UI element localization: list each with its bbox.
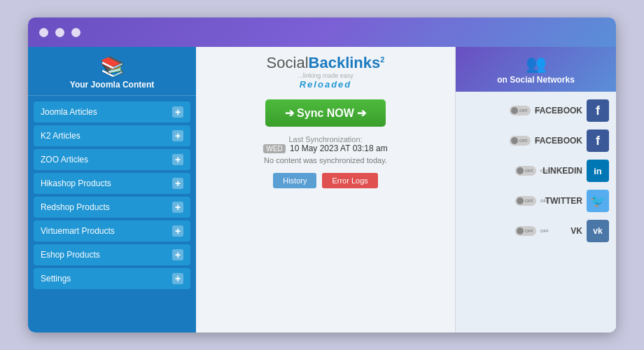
sync-buttons-row: History Error Logs <box>273 173 378 188</box>
sidebar-item-eshop-products[interactable]: Eshop Products + <box>34 244 190 265</box>
right-panel: 👥 on Social Networks OFF FACEBOOK f <box>455 47 616 332</box>
nav-expand-icon: + <box>172 249 183 260</box>
main-center: SocialBacklinks2 ...linking made easy Re… <box>196 47 455 332</box>
sidebar-item-zoo-articles[interactable]: ZOO Articles + <box>34 149 190 170</box>
nav-expand-icon: + <box>172 273 183 284</box>
sidebar-item-virtuemart-products[interactable]: Virtuemart Products + <box>34 220 190 241</box>
toggle-knob <box>511 137 518 144</box>
nav-expand-icon: + <box>172 106 183 118</box>
social-item-linkedin: OFF LINKEDIN in <box>463 158 609 184</box>
sidebar-header: 📚 Your Joomla Content <box>28 47 196 96</box>
main-window: 📚 Your Joomla Content Joomla Articles + … <box>28 18 616 332</box>
sidebar-nav: Joomla Articles + K2 Articles + ZOO Arti… <box>28 96 196 295</box>
sidebar-title: Your Joomla Content <box>70 80 154 90</box>
brand-title: SocialBacklinks2 <box>267 54 385 72</box>
facebook-1-toggle[interactable]: OFF <box>510 106 531 115</box>
linkedin-icon: in <box>587 160 609 182</box>
toggle-knob <box>517 167 524 174</box>
sync-at-label: AT <box>340 144 350 153</box>
sync-date: WED 10 May 2023 AT 03:18 am <box>263 144 387 153</box>
brand-tagline: ...linking made easy <box>267 72 385 79</box>
brand-reloaded: Reloaded <box>267 79 385 90</box>
linkedin-toggle[interactable]: OFF <box>515 166 536 176</box>
toggle-knob <box>511 107 518 114</box>
sidebar-item-hikashop-products[interactable]: Hikashop Products + <box>34 173 190 194</box>
toggle-knob <box>517 197 524 204</box>
titlebar-dot-1 <box>39 28 48 37</box>
sync-now-button[interactable]: ➔ Sync NOW ➔ <box>265 99 386 127</box>
nav-expand-icon: + <box>172 225 183 237</box>
sync-date-value: 10 May 2023 <box>290 144 338 153</box>
error-logs-button[interactable]: Error Logs <box>322 173 377 188</box>
facebook-2-icon: f <box>587 130 609 152</box>
brand-header: SocialBacklinks2 ...linking made easy Re… <box>267 54 385 90</box>
twitter-toggle[interactable]: OFF <box>515 196 536 206</box>
twitter-icon: 🐦 <box>587 190 609 212</box>
nav-expand-icon: + <box>172 178 183 189</box>
last-sync-label: Last Synchronization: <box>263 135 387 144</box>
social-networks-icon: 👥 <box>526 54 547 74</box>
sidebar-item-redshop-products[interactable]: Redshop Products + <box>34 197 190 218</box>
titlebar <box>28 18 616 47</box>
facebook-1-icon: f <box>587 99 609 122</box>
history-button[interactable]: History <box>273 173 316 188</box>
vk-icon: vk <box>587 220 609 242</box>
social-item-facebook-1: OFF FACEBOOK f <box>463 97 609 124</box>
toggle-knob <box>517 227 524 234</box>
sync-day-badge: WED <box>263 144 285 153</box>
social-item-twitter: OFF TWITTER 🐦 <box>463 188 609 214</box>
sidebar-item-settings[interactable]: Settings + <box>34 268 190 289</box>
social-item-facebook-2: OFF FACEBOOK f <box>463 127 609 154</box>
social-list: OFF FACEBOOK f OFF FACEBOOK f <box>456 92 616 250</box>
right-panel-title: on Social Networks <box>497 75 575 85</box>
sidebar-item-joomla-articles[interactable]: Joomla Articles + <box>34 102 190 122</box>
sidebar: 📚 Your Joomla Content Joomla Articles + … <box>28 47 196 332</box>
no-content-msg: No content was synchronized today. <box>263 156 387 164</box>
vk-toggle[interactable]: OFF <box>515 226 536 236</box>
sidebar-item-k2-articles[interactable]: K2 Articles + <box>34 125 190 146</box>
sync-info: Last Synchronization: WED 10 May 2023 AT… <box>263 135 387 164</box>
nav-expand-icon: + <box>172 154 183 165</box>
titlebar-dot-2 <box>55 28 64 37</box>
nav-expand-icon: + <box>172 202 183 213</box>
nav-expand-icon: + <box>172 130 183 141</box>
sync-time-value: 03:18 am <box>353 144 388 153</box>
social-item-vk: OFF VK vk <box>463 218 609 244</box>
titlebar-dot-3 <box>71 28 80 37</box>
content-area: 📚 Your Joomla Content Joomla Articles + … <box>28 47 616 332</box>
facebook-2-toggle[interactable]: OFF <box>510 136 531 146</box>
sidebar-logo-icon: 📚 <box>100 55 125 78</box>
right-panel-header: 👥 on Social Networks <box>456 47 616 92</box>
